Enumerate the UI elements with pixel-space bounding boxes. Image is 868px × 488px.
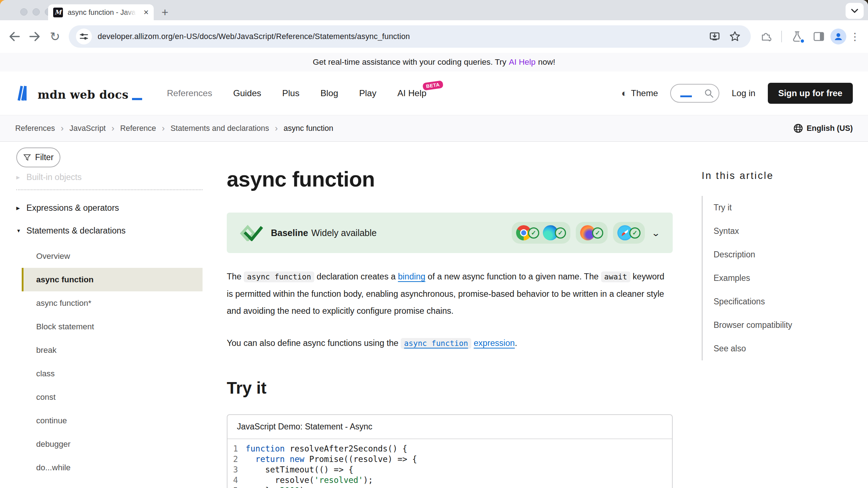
code-line[interactable]: 4 resolve('resolved'); [227, 475, 672, 485]
login-link[interactable]: Log in [732, 88, 755, 98]
sidebar-section-built-in-objects[interactable]: ▶Built-in objects [16, 172, 203, 182]
code-line[interactable]: 3 setTimeout(() => { [227, 465, 672, 475]
baseline-logo-icon [239, 224, 263, 241]
install-app-button[interactable] [706, 28, 723, 45]
code-content: return new Promise((resolve) => { [246, 454, 417, 465]
browser-tab[interactable]: M async function - JavaScript | × [48, 4, 154, 20]
breadcrumb-item[interactable]: async function [284, 124, 333, 133]
sidebar-section-label: Built-in objects [26, 172, 82, 182]
nav-item-plus[interactable]: Plus [282, 88, 299, 98]
code-content: resolve('resolved'); [246, 475, 373, 485]
baseline-banner[interactable]: BaselineWidely available ✓✓✓✓ ⌄ [227, 213, 673, 253]
search-input[interactable] [670, 84, 719, 103]
sidebar-item-async-function-[interactable]: async function* [22, 291, 203, 315]
sidebar-item-empty-statement[interactable]: Empty statement [22, 479, 203, 488]
baseline-expand-chevron-icon[interactable]: ⌄ [651, 228, 660, 238]
toolbar-separator [781, 31, 782, 42]
tab-search-button[interactable] [846, 3, 864, 19]
profile-avatar[interactable] [830, 29, 846, 44]
site-info-icon[interactable] [76, 29, 92, 44]
sidebar-item-class[interactable]: class [22, 362, 203, 385]
breadcrumb-separator-icon: › [61, 123, 64, 133]
toc-item-description[interactable]: Description [703, 243, 854, 266]
ai-help-banner: Get real-time assistance with your codin… [0, 53, 868, 72]
line-number: 4 [227, 475, 246, 485]
ai-help-link[interactable]: AI Help [509, 57, 536, 67]
nav-item-label: Blog [320, 88, 338, 98]
window-minimize-button[interactable] [33, 8, 40, 16]
toc-list: Try itSyntaxDescriptionExamplesSpecifica… [702, 196, 854, 360]
side-panel-button[interactable] [809, 26, 829, 47]
page-title: async function [227, 167, 673, 192]
labs-notification-dot [800, 38, 805, 44]
tab-strip: M async function - JavaScript | × + [0, 0, 868, 20]
breadcrumb-separator-icon: › [162, 123, 165, 133]
toc-item-specifications[interactable]: Specifications [703, 290, 854, 313]
sidebar-item-debugger[interactable]: debugger [22, 432, 203, 456]
code-token: Promise((resolve) => { [305, 454, 417, 464]
chrome-labs-button[interactable] [787, 26, 807, 47]
sidebar-divider [16, 189, 203, 190]
url-bar[interactable]: developer.allizom.org/en-US/docs/Web/Jav… [69, 25, 751, 48]
sidebar-list: ▶Built-in objects▶Expressions & operator… [16, 172, 203, 488]
code-line[interactable]: 2 return new Promise((resolve) => { [227, 454, 672, 465]
extensions-button[interactable] [756, 26, 776, 47]
mdn-logo[interactable]: mdn web docs [15, 85, 142, 101]
article-link[interactable]: expression [474, 338, 515, 348]
reload-button[interactable]: ↻ [45, 26, 65, 47]
toc-item-try-it[interactable]: Try it [703, 196, 854, 219]
bookmark-star-button[interactable] [726, 28, 744, 45]
filter-button[interactable]: Filter [16, 147, 60, 167]
browser-support-firefox: ✓ [580, 225, 603, 240]
language-button[interactable]: English (US) [793, 123, 853, 133]
sidebar-item-async-function[interactable]: async function [22, 268, 203, 291]
search-cursor [680, 95, 692, 97]
article-link[interactable]: binding [398, 272, 425, 281]
nav-item-guides[interactable]: Guides [233, 88, 261, 98]
code-token: }, [246, 486, 280, 488]
nav-item-references[interactable]: References [167, 88, 212, 98]
breadcrumb-item[interactable]: References [15, 124, 55, 133]
toc-item-browser-compatibility[interactable]: Browser compatibility [703, 313, 854, 337]
toc-item-see-also[interactable]: See also [703, 337, 854, 360]
theme-toggle[interactable]: ◐ Theme [621, 88, 658, 99]
tab-close-icon[interactable]: × [144, 8, 149, 17]
toc-item-examples[interactable]: Examples [703, 266, 854, 290]
nav-item-ai-help[interactable]: AI HelpBETA [397, 88, 426, 98]
main-navigation: ReferencesGuidesPlusBlogPlayAI HelpBETA [167, 88, 426, 98]
person-icon [833, 31, 844, 42]
sidebar-section-expressions-operators[interactable]: ▶Expressions & operators [16, 203, 203, 213]
toc-item-syntax[interactable]: Syntax [703, 219, 854, 243]
sidebar-item-const[interactable]: const [22, 385, 203, 409]
breadcrumb-item[interactable]: Reference [120, 124, 156, 133]
check-icon: ✓ [528, 227, 539, 239]
sidebar-item-overview[interactable]: Overview [22, 244, 203, 268]
breadcrumb-separator-icon: › [111, 123, 114, 133]
breadcrumb-item[interactable]: Statements and declarations [171, 124, 269, 133]
new-tab-button[interactable]: + [158, 5, 172, 19]
sidebar-item-break[interactable]: break [22, 338, 203, 362]
code-line[interactable]: 5 }, 2000); [227, 485, 672, 488]
sidebar-item-do-while[interactable]: do...while [22, 456, 203, 479]
breadcrumb-separator-icon: › [275, 123, 278, 133]
nav-item-blog[interactable]: Blog [320, 88, 338, 98]
signup-button[interactable]: Sign up for free [768, 83, 853, 104]
window-close-button[interactable] [20, 8, 27, 16]
check-icon: ✓ [555, 227, 566, 239]
sidebar-section-statements-declarations[interactable]: ▼Statements & declarations [16, 226, 203, 236]
article-paragraph: You can also define async functions usin… [227, 335, 673, 352]
inline-code: await [601, 271, 630, 282]
sidebar-item-continue[interactable]: continue [22, 409, 203, 432]
sidebar-item-block-statement[interactable]: Block statement [22, 315, 203, 338]
article-code-link[interactable]: async function [401, 338, 471, 349]
nav-item-play[interactable]: Play [359, 88, 376, 98]
page-viewport: Get real-time assistance with your codin… [0, 53, 868, 488]
back-button[interactable] [4, 26, 25, 47]
toc-heading: In this article [702, 170, 854, 181]
browser-menu-button[interactable]: ⋮ [848, 31, 862, 43]
breadcrumb-item[interactable]: JavaScript [69, 124, 106, 133]
code-editor[interactable]: 1function resolveAfter2Seconds() {2 retu… [227, 439, 672, 488]
code-line[interactable]: 1function resolveAfter2Seconds() { [227, 444, 672, 454]
url-text[interactable]: developer.allizom.org/en-US/docs/Web/Jav… [98, 32, 702, 41]
forward-button[interactable] [25, 26, 45, 47]
